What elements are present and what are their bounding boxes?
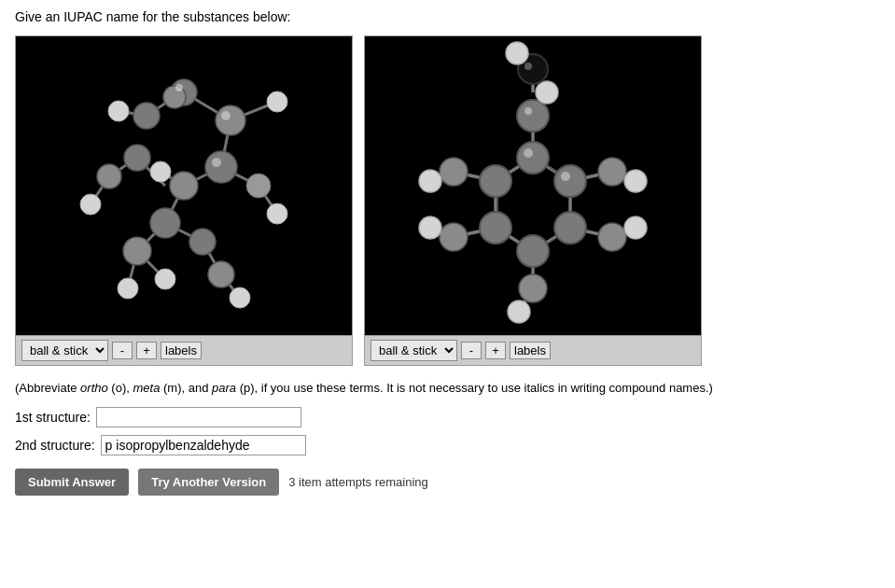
molecule1-box: ball & stick - + labels bbox=[15, 35, 353, 366]
svg-point-83 bbox=[419, 217, 441, 239]
svg-point-89 bbox=[524, 63, 532, 70]
svg-point-38 bbox=[267, 203, 287, 224]
svg-point-77 bbox=[624, 170, 647, 192]
molecule1-labels-button[interactable]: labels bbox=[161, 342, 202, 359]
molecules-container: ball & stick - + labels bbox=[15, 35, 880, 366]
svg-point-24 bbox=[246, 174, 271, 198]
svg-point-71 bbox=[480, 165, 511, 197]
structure1-row: 1st structure: bbox=[15, 407, 880, 427]
svg-point-22 bbox=[205, 151, 237, 183]
svg-point-36 bbox=[108, 101, 129, 121]
svg-point-84 bbox=[440, 158, 468, 186]
molecule1-zoom-in-button[interactable]: + bbox=[136, 342, 157, 359]
svg-point-29 bbox=[155, 269, 175, 289]
svg-point-25 bbox=[150, 208, 180, 238]
svg-point-30 bbox=[208, 261, 234, 287]
svg-point-78 bbox=[598, 223, 626, 251]
molecule1-canvas bbox=[16, 36, 352, 335]
molecule1-controls: ball & stick - + labels bbox=[16, 335, 352, 365]
molecule2-zoom-in-button[interactable]: + bbox=[485, 342, 506, 359]
svg-point-35 bbox=[133, 103, 160, 129]
svg-point-73 bbox=[536, 81, 558, 104]
svg-point-69 bbox=[517, 235, 549, 267]
submit-answer-button[interactable]: Submit Answer bbox=[15, 469, 129, 496]
structure2-label: 2nd structure: bbox=[15, 438, 95, 453]
molecule1-view-select[interactable]: ball & stick bbox=[21, 340, 108, 361]
svg-point-79 bbox=[624, 217, 647, 239]
svg-point-42 bbox=[212, 158, 221, 167]
svg-point-81 bbox=[508, 301, 530, 323]
svg-point-40 bbox=[175, 84, 183, 91]
svg-point-39 bbox=[230, 287, 250, 308]
molecule2-box: ball & stick - + labels bbox=[364, 35, 702, 366]
svg-point-37 bbox=[150, 161, 171, 182]
molecule2-controls: ball & stick - + labels bbox=[365, 335, 701, 365]
svg-point-33 bbox=[80, 194, 101, 215]
svg-point-72 bbox=[517, 100, 549, 132]
svg-point-67 bbox=[554, 165, 586, 197]
svg-point-27 bbox=[189, 229, 216, 255]
svg-point-88 bbox=[524, 107, 532, 115]
svg-point-68 bbox=[554, 212, 586, 244]
svg-point-31 bbox=[124, 145, 150, 171]
action-buttons-row: Submit Answer Try Another Version 3 item… bbox=[15, 469, 880, 496]
molecule2-labels-button[interactable]: labels bbox=[510, 342, 551, 359]
svg-point-70 bbox=[480, 212, 511, 244]
molecule2-canvas bbox=[365, 36, 701, 335]
svg-point-87 bbox=[561, 172, 570, 181]
molecule1-svg bbox=[16, 36, 352, 335]
svg-point-82 bbox=[440, 223, 468, 251]
abbreviation-note: (Abbreviate ortho (o), meta (m), and par… bbox=[15, 379, 880, 398]
svg-point-86 bbox=[524, 148, 533, 158]
svg-point-85 bbox=[419, 170, 441, 192]
svg-point-80 bbox=[519, 274, 547, 302]
svg-point-66 bbox=[517, 142, 549, 174]
instruction-text: Give an IUPAC name for the substances be… bbox=[15, 9, 880, 24]
svg-point-28 bbox=[118, 278, 138, 299]
molecule2-view-select[interactable]: ball & stick bbox=[371, 340, 457, 361]
molecule2-zoom-out-button[interactable]: - bbox=[461, 342, 482, 359]
molecule1-zoom-out-button[interactable]: - bbox=[112, 342, 133, 359]
svg-point-23 bbox=[170, 172, 198, 200]
svg-point-20 bbox=[216, 105, 245, 135]
svg-point-32 bbox=[97, 164, 121, 189]
molecule2-svg bbox=[365, 36, 701, 335]
svg-point-41 bbox=[221, 111, 231, 120]
svg-point-21 bbox=[267, 91, 287, 112]
structure1-input[interactable] bbox=[96, 407, 301, 427]
attempts-remaining-text: 3 item attempts remaining bbox=[288, 475, 428, 489]
structure1-label: 1st structure: bbox=[15, 410, 91, 425]
svg-point-76 bbox=[598, 158, 626, 186]
svg-point-26 bbox=[123, 237, 151, 265]
svg-point-75 bbox=[506, 42, 528, 64]
structure2-row: 2nd structure: bbox=[15, 435, 880, 455]
try-another-version-button[interactable]: Try Another Version bbox=[138, 469, 279, 496]
structure2-input[interactable] bbox=[101, 435, 306, 455]
